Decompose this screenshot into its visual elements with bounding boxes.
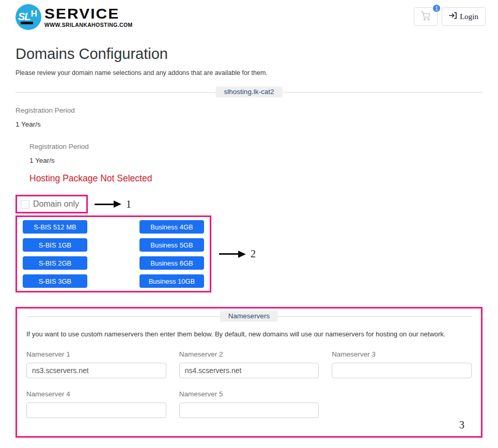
- nameservers-legend: Nameservers: [220, 311, 278, 321]
- annotation-arrow-1: 1: [95, 198, 131, 210]
- domain-only-annotation-box: Domain only: [15, 195, 88, 213]
- logo-h-text: H: [31, 9, 37, 19]
- nameserver-2-field: Nameserver 2: [179, 350, 319, 378]
- annotation-number-3: 3: [459, 419, 464, 431]
- package-button-sbis-3gb[interactable]: S-BIS 3GB: [23, 274, 87, 288]
- package-button-sbis-1gb[interactable]: S-BIS 1GB: [23, 238, 87, 252]
- domain-only-label: Domain only: [33, 199, 79, 209]
- nameserver-1-label: Nameserver 1: [26, 350, 166, 358]
- package-button-sbis-2gb[interactable]: S-BIS 2GB: [23, 256, 87, 270]
- sign-in-icon: [449, 12, 457, 21]
- logo-circle: SL H: [15, 4, 41, 30]
- nameserver-5-field: Nameserver 5: [179, 390, 319, 418]
- package-button-business-5gb[interactable]: Business 5GB: [139, 238, 204, 252]
- cart-icon: [420, 10, 431, 23]
- nameserver-4-field: Nameserver 4: [26, 390, 166, 418]
- nameserver-5-input[interactable]: [179, 403, 319, 418]
- logo-desk-shape: [21, 22, 33, 24]
- package-button-business-4gb[interactable]: Business 4GB: [139, 220, 204, 234]
- site-logo[interactable]: SL H SERVICE WWW.SRILANKAHOSTING.COM: [15, 4, 133, 30]
- nameserver-2-label: Nameserver 2: [179, 350, 319, 358]
- registration-period-label-inner: Registration Period: [29, 143, 483, 150]
- nameserver-3-label: Nameserver 3: [332, 350, 472, 358]
- nameservers-divider: Nameservers: [26, 316, 472, 317]
- package-button-business-10gb[interactable]: Business 10GB: [139, 274, 204, 288]
- hosting-package-warning: Hosting Package Not Selected: [29, 173, 483, 184]
- packages-annotation-box: S-BIS 512 MB Business 4GB S-BIS 1GB Busi…: [15, 215, 211, 292]
- nameserver-1-input[interactable]: [26, 363, 166, 378]
- package-button-sbis-512mb[interactable]: S-BIS 512 MB: [23, 220, 87, 234]
- annotation-number-1: 1: [126, 198, 131, 210]
- logo-brand-text: SERVICE: [44, 7, 133, 21]
- registration-period-value: 1 Year/s: [15, 120, 483, 128]
- annotation-number-2: 2: [251, 248, 256, 260]
- logo-sl-text: SL: [18, 11, 30, 23]
- nameservers-annotation-box: Nameservers If you want to use custom na…: [15, 307, 483, 438]
- registration-period-value-inner: 1 Year/s: [29, 157, 483, 164]
- page-title: Domains Configuration: [15, 45, 483, 63]
- login-button[interactable]: Login: [442, 7, 486, 26]
- logo-website-text: WWW.SRILANKAHOSTING.COM: [44, 22, 133, 28]
- domain-section-divider: slhosting.lk-cat2: [15, 92, 483, 92]
- nameserver-5-label: Nameserver 5: [179, 390, 319, 398]
- cart-badge: 1: [432, 4, 441, 13]
- login-label: Login: [460, 12, 478, 21]
- annotation-arrow-2: 2: [219, 248, 256, 260]
- cart-button[interactable]: 1: [414, 7, 438, 26]
- domain-only-checkbox[interactable]: [21, 200, 29, 209]
- nameserver-3-input[interactable]: [332, 363, 472, 378]
- domain-tab-label: slhosting.lk-cat2: [216, 86, 283, 97]
- nameserver-2-input[interactable]: [179, 363, 319, 378]
- registration-period-label: Registration Period: [15, 106, 483, 114]
- package-button-business-6gb[interactable]: Business 6GB: [139, 256, 204, 270]
- nameserver-4-input[interactable]: [26, 403, 166, 418]
- header: SL H SERVICE WWW.SRILANKAHOSTING.COM 1: [0, 0, 498, 34]
- nameserver-4-label: Nameserver 4: [26, 390, 166, 398]
- page-subtitle: Please review your domain name selection…: [15, 69, 483, 76]
- nameserver-1-field: Nameserver 1: [26, 350, 166, 378]
- nameserver-3-field: Nameserver 3: [332, 350, 472, 378]
- nameservers-description: If you want to use custom nameservers th…: [26, 330, 472, 338]
